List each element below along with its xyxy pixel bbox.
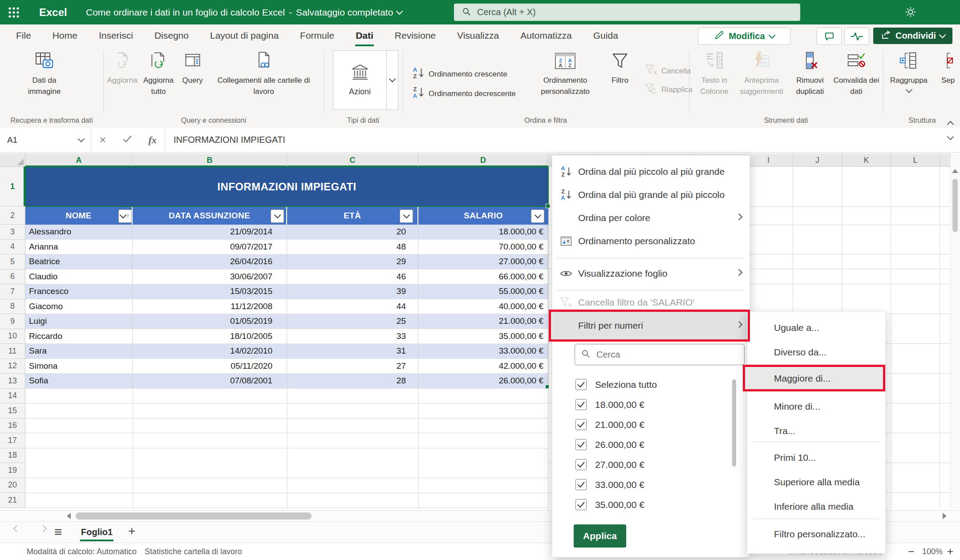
column-header[interactable]: M xyxy=(940,153,950,167)
calc-mode-status[interactable]: Modalità di calcolo: Automatico xyxy=(27,543,137,560)
convalida-dati-button[interactable]: Convalida dei dati xyxy=(831,49,881,97)
submenu-item-below-average[interactable]: Inferiore alla media xyxy=(747,494,885,519)
row-header[interactable]: 4 xyxy=(0,240,25,255)
filter-button-salario[interactable] xyxy=(531,209,544,223)
insert-function-icon[interactable]: fx xyxy=(148,134,156,146)
cell-salario[interactable]: 18.000,00 € xyxy=(418,225,548,240)
ordinamento-crescente-button[interactable]: AZ Ordinamento crescente xyxy=(412,66,507,82)
table-header-cell[interactable]: ETÀ xyxy=(287,206,418,225)
submenu-item-above-average[interactable]: Superiore alla media xyxy=(747,470,885,494)
cell-eta[interactable]: 27 xyxy=(287,359,418,374)
tab-file[interactable]: File xyxy=(5,24,42,47)
name-box[interactable]: A1 xyxy=(0,128,91,152)
settings-gear-icon[interactable] xyxy=(904,6,917,20)
zoom-level[interactable]: 100% xyxy=(922,543,943,560)
filter-value-item[interactable]: 26.000,00 € xyxy=(552,435,749,455)
row-header[interactable]: 19 xyxy=(0,463,25,478)
cell-data-assunzione[interactable]: 07/08/2001 xyxy=(133,374,287,389)
row-header[interactable]: 17 xyxy=(0,433,25,448)
cell-eta[interactable]: 39 xyxy=(287,284,418,299)
filter-search-input[interactable] xyxy=(595,349,731,360)
submenu-item-not-equals[interactable]: Diverso da... xyxy=(747,340,885,364)
app-name[interactable]: Excel xyxy=(39,0,67,24)
filter-value-item[interactable]: 27.000,00 € xyxy=(552,455,749,475)
filter-value-item[interactable]: 35.000,00 € xyxy=(552,495,749,515)
checkbox-checked-icon[interactable] xyxy=(575,459,587,470)
scroll-left-icon[interactable] xyxy=(67,513,71,519)
cell-salario[interactable]: 21.000,00 € xyxy=(418,314,548,329)
cell-salario[interactable]: 27.000,00 € xyxy=(418,254,548,270)
vertical-scrollbar-thumb[interactable] xyxy=(952,179,958,232)
cell-eta[interactable]: 48 xyxy=(287,240,418,255)
column-header[interactable]: L xyxy=(891,153,940,167)
cell-salario[interactable]: 40.000,00 € xyxy=(418,299,548,314)
row-header[interactable]: 20 xyxy=(0,478,25,493)
checkbox-checked-icon[interactable] xyxy=(575,499,587,510)
cell-eta[interactable]: 20 xyxy=(287,225,418,240)
dati-da-immagine-button[interactable]: Dati da immagine xyxy=(14,49,74,97)
column-header[interactable]: C xyxy=(287,153,418,167)
menu-item-sort-smallest[interactable]: AZ Ordina dal più piccolo al più grande xyxy=(552,161,749,183)
filter-button-nome[interactable]: ↑ xyxy=(118,209,132,223)
cell-nome[interactable]: Beatrice xyxy=(25,254,133,270)
filtro-button[interactable]: Filtro xyxy=(600,49,640,86)
document-title[interactable]: Come ordinare i dati in un foglio di cal… xyxy=(86,0,402,24)
rimuovi-duplicati-button[interactable]: Rimuovi duplicati xyxy=(788,49,832,97)
filter-value-item[interactable]: 33.000,00 € xyxy=(552,475,749,495)
filter-value-item[interactable]: 21.000,00 € xyxy=(552,415,749,435)
submenu-item-top-10[interactable]: Primi 10... xyxy=(747,445,885,470)
zoom-out-icon[interactable]: − xyxy=(908,543,914,560)
share-button[interactable]: Condividi xyxy=(873,28,952,44)
ordinamento-decrescente-button[interactable]: ZA Ordinamento decrescente xyxy=(412,85,516,102)
tab-dati[interactable]: Dati xyxy=(345,24,384,47)
row-header[interactable]: 21 xyxy=(0,493,25,508)
aggiorna-tutto-button[interactable]: Aggiorna tutto xyxy=(139,49,178,97)
column-header[interactable]: D xyxy=(418,153,548,167)
menu-item-sort-largest[interactable]: ZA Ordina dal più grande al più piccolo xyxy=(552,184,749,206)
checkbox-checked-icon[interactable] xyxy=(575,419,587,430)
checkbox-checked-icon[interactable] xyxy=(575,379,587,390)
cell-salario[interactable]: 26.000,00 € xyxy=(418,374,548,389)
checkbox-checked-icon[interactable] xyxy=(575,479,587,490)
sheet-tab-foglio1[interactable]: Foglio1 xyxy=(77,522,117,543)
cell-nome[interactable]: Giacomo xyxy=(25,299,133,314)
row-header[interactable]: 18 xyxy=(0,448,25,463)
cell-salario[interactable]: 35.000,00 € xyxy=(418,329,548,344)
column-header[interactable]: B xyxy=(133,153,287,167)
checkbox-checked-icon[interactable] xyxy=(575,399,587,410)
menu-item-sheet-view[interactable]: Visualizzazione foglio xyxy=(552,262,749,285)
select-all-corner[interactable] xyxy=(0,153,25,167)
tab-revisione[interactable]: Revisione xyxy=(384,24,446,47)
tab-home[interactable]: Home xyxy=(42,24,88,47)
cell-salario[interactable]: 33.000,00 € xyxy=(418,344,548,359)
cell-nome[interactable]: Sara xyxy=(25,344,133,359)
cell-data-assunzione[interactable]: 14/02/2010 xyxy=(133,344,287,359)
apply-filter-button[interactable]: Applica xyxy=(574,524,626,548)
tab-inserisci[interactable]: Inserisci xyxy=(88,24,144,47)
table-header-cell[interactable]: DATA ASSUNZIONE xyxy=(133,206,287,225)
cell-data-assunzione[interactable]: 09/07/2017 xyxy=(133,240,287,255)
table-header-cell[interactable]: NOME xyxy=(25,206,133,225)
row-header[interactable]: 7 xyxy=(0,284,25,299)
cell-nome[interactable]: Arianna xyxy=(25,240,133,255)
cell-nome[interactable]: Riccardo xyxy=(25,329,133,344)
row-header[interactable]: 13 xyxy=(0,374,25,389)
row-header[interactable]: 12 xyxy=(0,359,25,374)
row-header[interactable]: 14 xyxy=(0,389,25,404)
scroll-up-icon[interactable] xyxy=(952,169,958,173)
cell-nome[interactable]: Sofia xyxy=(25,374,133,389)
cell-eta[interactable]: 29 xyxy=(287,254,418,270)
gallery-dropdown-arrow[interactable] xyxy=(386,51,398,109)
cell-nome[interactable]: Luigi xyxy=(25,314,133,329)
cell-eta[interactable]: 33 xyxy=(287,329,418,344)
ordinamento-personalizzato-button[interactable]: ZAAZ Ordinamento personalizzato xyxy=(534,49,596,97)
filter-button-eta[interactable] xyxy=(400,209,413,223)
row-header[interactable]: 2 xyxy=(0,206,25,225)
confirm-check-icon[interactable] xyxy=(122,134,132,146)
expand-formula-bar-icon[interactable] xyxy=(947,133,954,141)
cell-eta[interactable]: 28 xyxy=(287,374,418,389)
cell-eta[interactable]: 25 xyxy=(287,314,418,329)
cell-salario[interactable]: 55.000,00 € xyxy=(418,284,548,299)
row-header[interactable]: 8 xyxy=(0,299,25,314)
cell-nome[interactable]: Alessandro xyxy=(25,225,133,240)
